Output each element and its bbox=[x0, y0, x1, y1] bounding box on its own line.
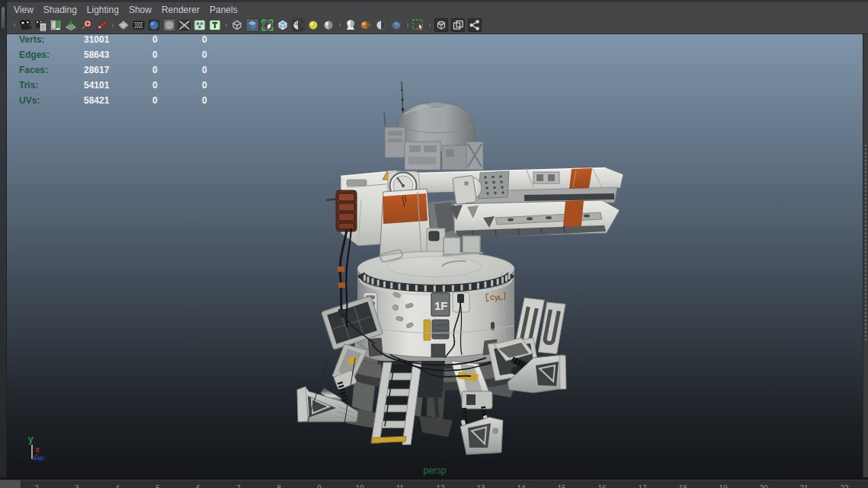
select-camera-icon[interactable] bbox=[18, 18, 32, 32]
menu-panels[interactable]: Panels bbox=[210, 5, 238, 15]
wireframe-on-shaded-icon[interactable] bbox=[276, 18, 290, 32]
motion-blur-icon[interactable] bbox=[359, 18, 373, 32]
toolbar-separator bbox=[11, 18, 18, 32]
axis-z-arrow bbox=[36, 456, 45, 461]
viewport-renderer-icon[interactable] bbox=[434, 18, 448, 32]
toolbar-separator bbox=[336, 18, 343, 32]
occlusion-icon[interactable] bbox=[344, 18, 357, 32]
frame-number: 7 bbox=[236, 484, 241, 488]
multisample-aa-icon[interactable] bbox=[374, 18, 388, 32]
frame-number: 15 bbox=[557, 484, 565, 488]
frame-number: 22 bbox=[840, 484, 848, 488]
frame-number: 12 bbox=[436, 484, 444, 488]
share-nodes-icon[interactable] bbox=[468, 18, 482, 32]
frame-number: 20 bbox=[759, 484, 767, 488]
safe-title-icon[interactable] bbox=[208, 18, 222, 32]
maya-viewport-panel: ViewShadingLightingShowRendererPanels bbox=[0, 0, 868, 488]
panel-menu-bar: ViewShadingLightingShowRendererPanels bbox=[7, 2, 868, 17]
hud-value-col3: 0 bbox=[202, 34, 251, 45]
bookmarks-icon[interactable] bbox=[49, 18, 62, 32]
hud-row-faces: Faces:2861700 bbox=[19, 62, 251, 78]
hud-row-tris: Tris:5410100 bbox=[19, 78, 251, 93]
axis-x-label: x bbox=[35, 445, 40, 454]
hud-value-col2: 0 bbox=[152, 95, 202, 106]
image-plane-icon[interactable] bbox=[64, 18, 78, 32]
perspective-viewport[interactable]: 1F CyL bbox=[7, 34, 863, 477]
image-planes-icon[interactable] bbox=[451, 18, 465, 32]
hud-value-selected: 58643 bbox=[84, 49, 152, 60]
hud-value-selected: 31001 bbox=[84, 34, 152, 45]
safe-action-icon[interactable] bbox=[193, 18, 207, 32]
camera-attributes-icon[interactable] bbox=[34, 18, 47, 32]
frame-number: 14 bbox=[517, 484, 525, 488]
frame-number: 17 bbox=[638, 484, 646, 488]
hud-value-col2: 0 bbox=[152, 34, 202, 45]
panel-icon-bar bbox=[7, 17, 868, 33]
frame-number: 2 bbox=[34, 484, 39, 488]
frame-number: 3 bbox=[75, 484, 79, 488]
hud-row-uvs: UVs:5842100 bbox=[19, 93, 251, 108]
axis-gizmo: y x bbox=[21, 432, 56, 467]
wireframe-icon[interactable] bbox=[230, 18, 244, 32]
gate-mask-icon[interactable] bbox=[162, 18, 176, 32]
frame-number: 16 bbox=[597, 484, 606, 488]
hud-label: Verts: bbox=[19, 34, 84, 45]
frame-number: 13 bbox=[476, 484, 485, 488]
toolbar-separator bbox=[404, 18, 411, 32]
current-frame-cell[interactable] bbox=[0, 480, 21, 488]
time-slider[interactable]: 2345678910111213141516171819202122 bbox=[0, 480, 868, 488]
panel-toolbar: ViewShadingLightingShowRendererPanels bbox=[7, 0, 868, 34]
film-gate-icon[interactable] bbox=[132, 18, 146, 32]
toolbar-separator bbox=[223, 18, 229, 32]
frame-number: 9 bbox=[317, 484, 322, 488]
hud-value-col3: 0 bbox=[202, 65, 251, 75]
hud-label: Tris: bbox=[19, 80, 84, 91]
frame-number: 5 bbox=[155, 484, 160, 488]
frame-number: 4 bbox=[115, 484, 120, 488]
pan-zoom-2d-icon[interactable] bbox=[79, 18, 93, 32]
grid-icon[interactable] bbox=[117, 18, 130, 32]
resolution-gate-icon[interactable] bbox=[147, 18, 161, 32]
hud-row-edges: Edges:5864300 bbox=[19, 47, 251, 62]
hud-label: UVs: bbox=[19, 95, 84, 106]
hud-value-col2: 0 bbox=[152, 80, 202, 91]
panel-grip-dots bbox=[865, 145, 866, 343]
left-panel-edge bbox=[0, 0, 7, 480]
right-panel-edge[interactable] bbox=[863, 34, 868, 477]
panel-grip[interactable] bbox=[2, 7, 5, 28]
isolate-select-icon[interactable] bbox=[412, 18, 425, 32]
menu-lighting[interactable]: Lighting bbox=[87, 5, 119, 15]
smooth-shade-all-icon[interactable] bbox=[245, 18, 259, 32]
toolbar-separator bbox=[109, 18, 116, 32]
hud-value-col3: 0 bbox=[202, 95, 251, 106]
shadows-icon[interactable] bbox=[322, 18, 335, 32]
hud-value-selected: 58421 bbox=[84, 95, 152, 106]
hud-value-col2: 0 bbox=[152, 65, 202, 75]
toolbar-separator bbox=[426, 18, 433, 32]
hud-value-col2: 0 bbox=[152, 49, 202, 60]
grease-pencil-icon[interactable] bbox=[94, 18, 108, 32]
menu-show[interactable]: Show bbox=[129, 5, 152, 15]
decal-1f: 1F bbox=[434, 299, 448, 312]
field-chart-icon[interactable] bbox=[178, 18, 191, 32]
frame-number: 11 bbox=[396, 484, 404, 488]
menu-renderer[interactable]: Renderer bbox=[162, 5, 200, 15]
axis-y-label: y bbox=[28, 434, 34, 445]
textured-icon[interactable] bbox=[261, 18, 274, 32]
hud-label: Faces: bbox=[19, 65, 84, 75]
frame-number: 21 bbox=[799, 484, 808, 488]
menu-shading[interactable]: Shading bbox=[43, 5, 77, 15]
camera-name-label: persp bbox=[7, 465, 863, 476]
lights-icon[interactable] bbox=[306, 18, 320, 32]
menu-view[interactable]: View bbox=[14, 5, 34, 15]
poly-count-hud: Verts:3100100Edges:5864300Faces:2861700T… bbox=[19, 32, 251, 108]
hud-value-selected: 54101 bbox=[84, 80, 152, 91]
use-default-material-icon[interactable] bbox=[291, 18, 305, 32]
frame-number: 8 bbox=[277, 484, 281, 488]
frame-number: 6 bbox=[196, 484, 200, 488]
frame-number: 18 bbox=[678, 484, 687, 488]
hud-label: Edges: bbox=[19, 49, 84, 60]
hud-row-verts: Verts:3100100 bbox=[19, 32, 251, 47]
depth-of-field-icon[interactable] bbox=[389, 18, 403, 32]
turret-head bbox=[384, 81, 483, 170]
